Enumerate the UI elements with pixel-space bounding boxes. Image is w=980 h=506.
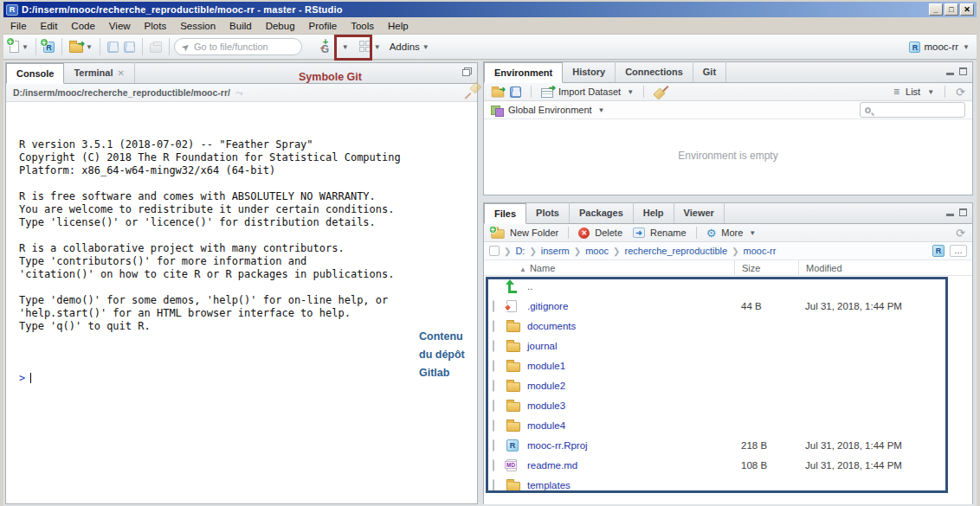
menu-code[interactable]: Code [64,19,102,33]
menu-debug[interactable]: Debug [259,19,302,33]
more-directory-button[interactable]: … [950,245,967,257]
file-checkbox[interactable] [493,360,494,372]
breadcrumb-mooc-rr[interactable]: mooc-rr [744,246,777,256]
menu-help[interactable]: Help [381,19,416,33]
console-prompt[interactable]: > [19,372,476,385]
column-size-header[interactable]: Size [734,260,798,275]
column-modified-header[interactable]: Modified [798,260,972,275]
goto-directory-icon[interactable]: ⤳ [235,87,243,99]
tab-console[interactable]: Console [6,63,64,84]
minimize-button[interactable]: _ [929,3,943,16]
save-button[interactable] [105,40,121,54]
menu-profile[interactable]: Profile [302,19,345,33]
console-output[interactable]: R version 3.5.1 (2018-07-02) -- "Feather… [7,104,476,503]
new-folder-button[interactable]: New Folder [510,227,558,238]
file-row-module1[interactable]: module1 [484,355,972,375]
close-icon[interactable]: ✕ [117,68,124,78]
save-all-button[interactable] [121,40,138,54]
environment-search-input[interactable] [874,105,960,115]
gear-icon: ⚙ [706,227,717,239]
tab-help[interactable]: Help [634,202,674,223]
save-workspace-icon[interactable] [510,86,521,98]
panes-layout-button[interactable]: ▼ [357,39,384,54]
tab-packages[interactable]: Packages [570,202,634,223]
environment-search-box[interactable] [860,102,965,118]
maximize-button[interactable]: □ [945,3,958,16]
file-checkbox[interactable] [493,420,494,432]
tab-connections[interactable]: Connections [616,61,693,82]
select-all-checkbox[interactable] [489,246,500,256]
tab-environment[interactable]: Environment [484,62,563,83]
chevron-right-icon: ❯ [574,247,581,256]
refresh-icon[interactable]: ⟳ [956,86,965,99]
minimize-pane-icon[interactable] [946,214,954,216]
chevron-right-icon: ❯ [613,247,620,256]
file-row-module4[interactable]: module4 [484,415,972,435]
file-checkbox[interactable] [493,459,494,471]
menu-view[interactable]: View [102,19,138,33]
refresh-icon[interactable]: ⟳ [956,227,965,240]
goto-file-function-input[interactable] [194,42,294,52]
file-checkbox[interactable] [493,479,494,491]
print-button[interactable] [147,40,164,54]
file-row-documents[interactable]: documents [484,316,972,336]
file-row-up[interactable]: .. [484,276,972,296]
restore-panes-icon[interactable] [462,67,472,76]
file-checkbox[interactable] [493,340,494,352]
file-row-module3[interactable]: module3 [484,395,972,415]
file-checkbox[interactable] [493,380,494,392]
open-file-button[interactable]: ➜ ▼ [67,39,95,54]
file-row-rproj[interactable]: R mooc-rr.Rproj 218 B Jul 31, 2018, 1:44… [484,435,972,455]
column-name-header[interactable]: ▲Name [484,263,734,273]
tab-history[interactable]: History [563,61,616,82]
minimize-pane-icon[interactable] [946,73,954,75]
file-row-readme[interactable]: MD readme.md 108 B Jul 31, 2018, 1:44 PM [484,455,972,475]
menu-plots[interactable]: Plots [138,19,174,33]
more-button[interactable]: More [721,227,743,238]
console-tabbar: Console Terminal✕ [6,63,477,84]
breadcrumb-inserm[interactable]: inserm [541,246,570,256]
new-project-button[interactable]: R+ [41,40,57,54]
annotation-symbole-git: Symbole Git [299,71,362,83]
menu-tools[interactable]: Tools [344,19,381,33]
delete-button[interactable]: Delete [595,227,622,238]
file-checkbox[interactable] [493,300,494,312]
tab-git[interactable]: Git [693,61,726,82]
menu-file[interactable]: File [3,19,34,33]
file-checkbox[interactable] [493,439,494,452]
tab-viewer[interactable]: Viewer [674,202,725,223]
file-row-templates[interactable]: templates [484,475,972,495]
breadcrumb-drive[interactable]: D: [515,246,525,256]
file-row-journal[interactable]: journal [484,336,972,355]
menu-build[interactable]: Build [222,19,259,33]
clear-environment-icon[interactable] [654,86,667,99]
import-dataset-icon[interactable]: ➜ [541,88,553,98]
list-view-button[interactable]: List [906,86,920,97]
file-checkbox[interactable] [493,400,494,412]
load-workspace-icon[interactable]: ➜ [492,89,504,98]
environment-scope-selector[interactable]: Global Environment [508,105,592,115]
goto-file-function-box[interactable]: ➤ [174,38,302,55]
new-file-button[interactable]: + ▼ [7,39,31,54]
menu-session[interactable]: Session [173,19,222,33]
menu-edit[interactable]: Edit [34,19,65,33]
addins-button[interactable]: Addins ▼ [387,40,432,54]
tab-terminal[interactable]: Terminal✕ [64,62,134,83]
git-menu-button[interactable]: +–G ▼ [317,37,351,56]
goto-arrow-icon: ➤ [179,40,192,54]
rename-button[interactable]: Rename [650,227,687,238]
breadcrumb-mooc[interactable]: mooc [585,246,609,256]
maximize-pane-icon[interactable] [959,208,967,216]
file-row-gitignore[interactable]: .gitignore 44 B Jul 31, 2018, 1:44 PM [484,296,972,316]
project-selector[interactable]: R mooc-rr ▼ [906,40,973,54]
close-button[interactable]: ✕ [960,3,974,16]
file-row-module2[interactable]: module2 [484,375,972,395]
breadcrumb-recherche[interactable]: recherche_reproductible [624,246,727,256]
maximize-pane-icon[interactable] [959,67,967,75]
tab-files[interactable]: Files [484,203,526,224]
file-checkbox[interactable] [493,320,494,332]
menu-bar: File Edit Code View Plots Session Build … [3,17,977,34]
chevron-down-icon: ▼ [342,43,349,51]
import-dataset-button[interactable]: Import Dataset [558,86,621,97]
tab-plots[interactable]: Plots [526,202,570,223]
